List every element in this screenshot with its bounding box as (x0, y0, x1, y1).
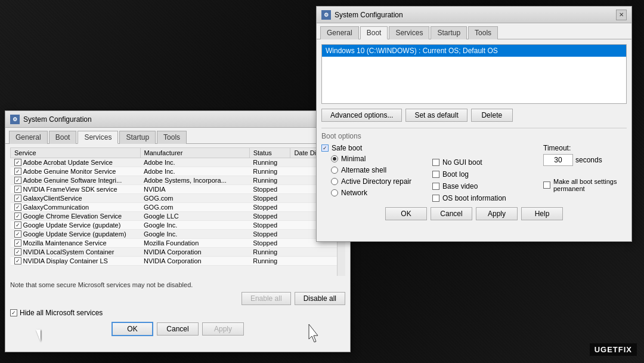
status-cell: Stopped (249, 185, 290, 194)
make-permanent-checkbox[interactable] (543, 182, 550, 189)
base-video-check[interactable]: Base video (432, 182, 538, 190)
service-checkbox[interactable] (14, 222, 21, 229)
tab-general[interactable]: General (9, 131, 48, 144)
set-default-button[interactable]: Set as default (405, 109, 467, 122)
timeout-label: Timeout: (543, 144, 571, 152)
boot-tab-general[interactable]: General (320, 26, 359, 39)
service-cell: Google Update Service (gupdatem) (11, 230, 141, 239)
alternate-shell-radio[interactable]: Alternate shell (331, 166, 428, 174)
boot-cancel-button[interactable]: Cancel (431, 207, 472, 220)
col-service[interactable]: Service (11, 148, 141, 158)
table-row[interactable]: GalaxyCommunicationGOG.comStopped (11, 203, 345, 212)
services-window-title: System Configuration (23, 115, 92, 124)
no-gui-check[interactable]: No GUI boot (432, 158, 538, 167)
col-manufacturer[interactable]: Manufacturer (140, 148, 249, 158)
service-checkbox[interactable] (14, 239, 21, 247)
disable-all-button[interactable]: Disable all (295, 292, 345, 305)
safe-boot-checkbox[interactable]: ✓ (321, 144, 329, 152)
tab-startup[interactable]: Startup (119, 131, 156, 144)
service-checkbox[interactable] (14, 248, 21, 256)
boot-log-check[interactable]: Boot log (432, 170, 538, 179)
service-checkbox[interactable] (14, 159, 21, 166)
boot-close-button[interactable]: ✕ (616, 10, 627, 20)
services-window-icon: ⚙ (10, 115, 20, 124)
table-row[interactable]: Adobe Genuine Software Integri...Adobe S… (11, 176, 345, 185)
tab-services[interactable]: Services (78, 131, 118, 144)
services-cancel-button[interactable]: Cancel (157, 322, 199, 336)
tab-boot[interactable]: Boot (49, 131, 77, 144)
enable-all-button[interactable]: Enable all (242, 292, 291, 305)
boot-help-button[interactable]: Help (521, 207, 563, 220)
boot-tab-tools[interactable]: Tools (468, 26, 498, 39)
service-checkbox[interactable] (14, 186, 21, 193)
service-name: Adobe Genuine Software Integri... (23, 177, 122, 184)
boot-list-box[interactable]: Windows 10 (C:\WINDOWS) : Current OS; De… (321, 44, 627, 104)
tab-tools[interactable]: Tools (157, 131, 187, 144)
boot-tab-boot[interactable]: Boot (360, 26, 388, 39)
boot-ok-button[interactable]: OK (385, 207, 427, 220)
table-row[interactable]: Google Update Service (gupdate)Google In… (11, 221, 345, 230)
boot-tab-startup[interactable]: Startup (431, 26, 467, 39)
boot-window-title: System Configuration (335, 11, 403, 19)
hide-ms-checkbox[interactable] (10, 309, 17, 316)
service-checkbox[interactable] (14, 230, 21, 238)
table-row[interactable]: NVIDIA LocalSystem ContainerNVIDIA Corpo… (11, 248, 345, 257)
make-permanent-check[interactable]: Make all boot settings permanent (543, 178, 627, 192)
os-boot-checkbox[interactable] (432, 195, 439, 202)
status-cell: Stopped (249, 239, 290, 248)
table-row[interactable]: Google Chrome Elevation ServiceGoogle LL… (11, 212, 345, 221)
base-video-checkbox[interactable] (432, 183, 439, 190)
alternate-shell-radio-btn[interactable] (331, 167, 338, 174)
table-row[interactable]: NVIDIA Display Container LSNVIDIA Corpor… (11, 257, 345, 266)
minimal-radio-btn[interactable] (331, 155, 338, 162)
table-row[interactable]: Adobe Genuine Monitor ServiceAdobe Inc.R… (11, 167, 345, 176)
services-tabs: General Boot Services Startup Tools (5, 128, 350, 144)
services-ok-button[interactable]: OK (112, 322, 153, 336)
service-checkbox[interactable] (14, 213, 21, 220)
col-status[interactable]: Status (249, 148, 290, 158)
boot-options-right: Timeout: seconds Make all boot settings … (543, 144, 627, 202)
service-cell: Mozilla Maintenance Service (11, 239, 141, 248)
boot-entry[interactable]: Windows 10 (C:\WINDOWS) : Current OS; De… (322, 45, 626, 57)
safe-boot-row: ✓ Safe boot (321, 144, 428, 152)
os-boot-check[interactable]: OS boot information (432, 194, 538, 202)
service-checkbox[interactable] (14, 177, 21, 184)
table-row[interactable]: GalaxyClientServiceGOG.comStopped (11, 194, 345, 203)
network-label: Network (341, 189, 367, 197)
network-radio[interactable]: Network (331, 189, 428, 197)
manufacturer-cell: Mozilla Foundation (140, 239, 249, 248)
service-checkbox[interactable] (14, 257, 21, 264)
service-checkbox[interactable] (14, 195, 21, 202)
no-gui-checkbox[interactable] (432, 159, 439, 166)
watermark: UGETFIX (590, 343, 637, 356)
service-name: GalaxyClientService (23, 195, 82, 202)
active-directory-radio-btn[interactable] (331, 178, 338, 185)
minimal-label: Minimal (341, 155, 366, 163)
boot-log-checkbox[interactable] (432, 171, 439, 178)
manufacturer-cell: Adobe Systems, Incorpora... (140, 176, 249, 185)
table-row[interactable]: Google Update Service (gupdatem)Google I… (11, 230, 345, 239)
active-directory-radio[interactable]: Active Directory repair (331, 177, 428, 186)
service-checkbox[interactable] (14, 204, 21, 211)
os-boot-label: OS boot information (442, 194, 506, 202)
table-row[interactable]: NVIDIA FrameView SDK serviceNVIDIAStoppe… (11, 185, 345, 194)
minimal-radio[interactable]: Minimal (331, 155, 428, 163)
hide-ms-label[interactable]: Hide all Microsoft services (20, 309, 103, 317)
status-cell: Running (249, 248, 290, 257)
delete-button[interactable]: Delete (471, 109, 513, 122)
boot-tab-services[interactable]: Services (389, 26, 429, 39)
manufacturer-cell: Google LLC (140, 212, 249, 221)
boot-apply-button[interactable]: Apply (476, 207, 518, 220)
table-row[interactable]: Adobe Acrobat Update ServiceAdobe Inc.Ru… (11, 158, 345, 167)
alternate-shell-label: Alternate shell (341, 166, 386, 174)
services-apply-button[interactable]: Apply (202, 322, 244, 336)
manufacturer-cell: Adobe Inc. (140, 158, 249, 167)
service-cell: NVIDIA LocalSystem Container (11, 248, 141, 257)
timeout-input[interactable] (543, 154, 573, 166)
service-checkbox[interactable] (14, 168, 21, 175)
advanced-options-button[interactable]: Advanced options... (321, 109, 402, 122)
manufacturer-cell: GOG.com (140, 203, 249, 212)
table-row[interactable]: Mozilla Maintenance ServiceMozilla Found… (11, 239, 345, 248)
network-radio-btn[interactable] (331, 189, 338, 196)
manufacturer-cell: NVIDIA Corporation (140, 257, 249, 266)
